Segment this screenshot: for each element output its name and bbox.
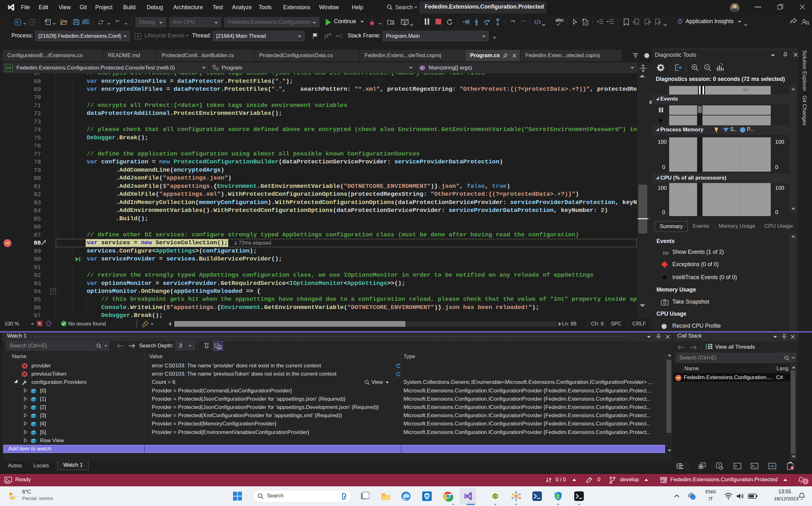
- svg-text:ab: ab: [218, 346, 221, 349]
